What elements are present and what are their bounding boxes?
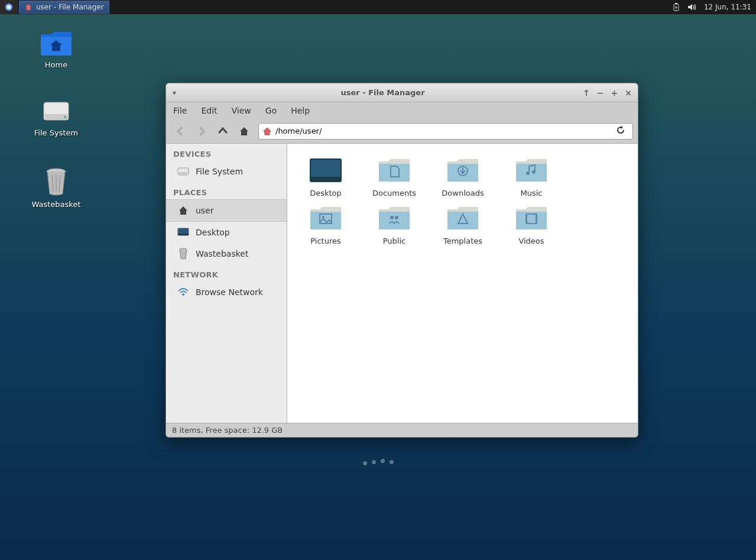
- desktop-icon-label: Wastebasket: [31, 200, 80, 209]
- refresh-icon: [616, 125, 625, 135]
- sidebar-item-label: Desktop: [196, 228, 230, 237]
- svg-rect-14: [178, 234, 189, 235]
- svg-point-16: [182, 293, 184, 296]
- panel-right: 12 Jun, 11:31: [672, 3, 756, 11]
- desktop-folder-icon: [307, 156, 345, 185]
- window-controls: ↑ − + ×: [583, 88, 638, 98]
- toolbar: [166, 119, 638, 144]
- sidebar-cat-devices: DEVICES: [166, 144, 287, 161]
- menu-file[interactable]: File: [173, 106, 187, 115]
- sidebar-item-desktop[interactable]: Desktop: [166, 222, 287, 243]
- svg-point-20: [526, 171, 530, 175]
- svg-point-25: [395, 216, 398, 219]
- clock[interactable]: 12 Jun, 11:31: [704, 3, 751, 11]
- desktop-icon-home[interactable]: Home: [24, 30, 89, 69]
- home-icon: [238, 125, 250, 137]
- volume-icon[interactable]: [687, 3, 697, 11]
- home-icon: [178, 205, 189, 216]
- templates-folder-icon: [444, 203, 482, 233]
- desktop-icon-filesystem[interactable]: File System: [24, 99, 89, 137]
- wifi-icon: [177, 287, 189, 297]
- trash-icon: [179, 248, 188, 260]
- trash-icon: [44, 167, 69, 196]
- menu-help[interactable]: Help: [291, 106, 310, 115]
- back-button[interactable]: [171, 122, 190, 141]
- pictures-folder-icon: [307, 203, 345, 233]
- menu-view[interactable]: View: [232, 106, 251, 115]
- titlebar[interactable]: ▾ user - File Manager ↑ − + ×: [166, 83, 638, 102]
- file-label: Desktop: [310, 189, 342, 198]
- file-item-desktop[interactable]: Desktop: [297, 156, 355, 198]
- file-item-videos[interactable]: Videos: [502, 203, 560, 245]
- sidebar-item-label: File System: [196, 167, 243, 176]
- close-button[interactable]: ×: [625, 88, 632, 98]
- window-title: user - File Manager: [183, 88, 583, 97]
- refresh-button[interactable]: [612, 125, 629, 137]
- file-item-music[interactable]: Music: [502, 156, 560, 198]
- taskbar-item-file-manager[interactable]: user - File Manager: [19, 1, 109, 14]
- status-text: 8 items, Free space: 12.9 GB: [172, 426, 283, 435]
- menu-edit[interactable]: Edit: [201, 106, 217, 115]
- desktop-icon-wastebasket[interactable]: Wastebasket: [24, 167, 89, 209]
- svg-rect-3: [675, 3, 677, 4]
- music-folder-icon: [512, 156, 550, 185]
- drive-icon: [41, 99, 71, 125]
- svg-point-1: [7, 5, 11, 9]
- window-body: DEVICES File System PLACES user Desktop …: [166, 144, 638, 423]
- sidebar-item-label: Browse Network: [196, 287, 263, 297]
- xfce-menu-button[interactable]: [0, 0, 18, 14]
- svg-rect-18: [310, 177, 341, 182]
- home-button[interactable]: [235, 122, 254, 141]
- arrow-left-icon: [174, 125, 186, 137]
- address-bar: [258, 123, 633, 140]
- svg-rect-27: [525, 214, 527, 224]
- desktop-icon: [177, 228, 189, 237]
- panel-left: user - File Manager: [0, 0, 109, 14]
- svg-point-24: [390, 216, 394, 219]
- file-item-documents[interactable]: Documents: [365, 156, 423, 198]
- window-menu-button[interactable]: ▾: [166, 89, 183, 97]
- forward-button[interactable]: [192, 122, 211, 141]
- taskbar-item-label: user - File Manager: [36, 3, 104, 11]
- battery-icon[interactable]: [672, 3, 680, 11]
- file-label: Pictures: [310, 237, 340, 245]
- file-label: Documents: [372, 189, 416, 198]
- file-manager-window: ▾ user - File Manager ↑ − + × File Edit …: [166, 83, 638, 438]
- public-folder-icon: [375, 203, 413, 233]
- file-item-public[interactable]: Public: [365, 203, 423, 245]
- shade-button[interactable]: ↑: [583, 88, 590, 98]
- address-input[interactable]: [275, 127, 609, 135]
- file-item-downloads[interactable]: Downloads: [434, 156, 492, 198]
- maximize-button[interactable]: +: [611, 88, 618, 98]
- sidebar-cat-network: NETWORK: [166, 264, 287, 281]
- desktop-icon-label: File System: [34, 128, 78, 137]
- up-button[interactable]: [213, 122, 232, 141]
- arrow-right-icon: [196, 125, 207, 137]
- file-label: Music: [521, 189, 543, 198]
- svg-rect-28: [536, 214, 537, 224]
- arrow-up-icon: [217, 125, 229, 137]
- desktop-icons: Home File System Wastebasket: [24, 30, 89, 209]
- menu-go[interactable]: Go: [265, 106, 277, 115]
- drive-icon: [177, 167, 189, 176]
- sidebar-item-filesystem[interactable]: File System: [166, 161, 287, 182]
- sidebar: DEVICES File System PLACES user Desktop …: [166, 144, 287, 423]
- videos-folder-icon: [512, 203, 550, 233]
- home-folder-icon: [40, 30, 73, 57]
- sidebar-item-wastebasket[interactable]: Wastebasket: [166, 243, 287, 264]
- downloads-folder-icon: [444, 156, 482, 185]
- file-label: Public: [383, 237, 405, 245]
- file-label: Templates: [443, 237, 482, 245]
- svg-point-21: [532, 170, 536, 174]
- sidebar-item-browse-network[interactable]: Browse Network: [166, 281, 287, 303]
- svg-point-6: [64, 116, 66, 118]
- sidebar-item-user[interactable]: user: [166, 199, 287, 222]
- documents-folder-icon: [375, 156, 413, 185]
- file-view[interactable]: DesktopDocumentsDownloadsMusicPicturesPu…: [287, 144, 638, 423]
- file-item-pictures[interactable]: Pictures: [297, 203, 355, 245]
- menubar: File Edit View Go Help: [166, 102, 638, 119]
- sidebar-item-label: Wastebasket: [196, 249, 248, 258]
- minimize-button[interactable]: −: [597, 88, 604, 98]
- file-item-templates[interactable]: Templates: [434, 203, 492, 245]
- statusbar: 8 items, Free space: 12.9 GB: [166, 423, 638, 437]
